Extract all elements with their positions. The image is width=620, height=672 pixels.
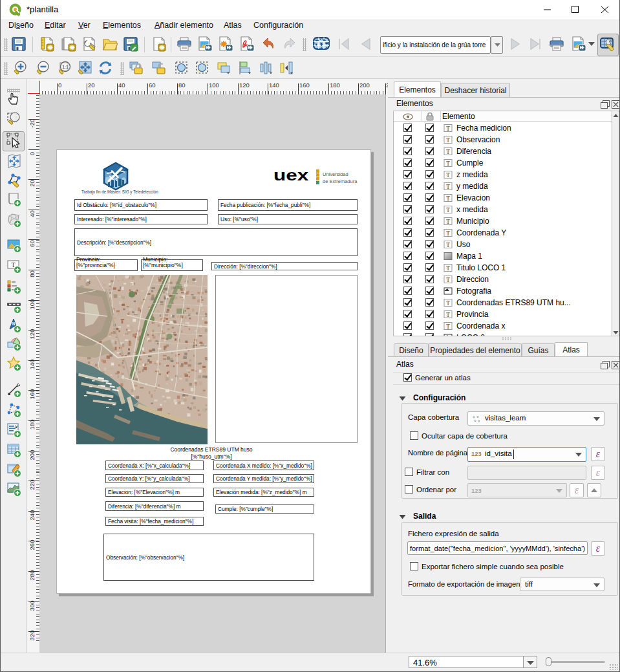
- svg-text:T: T: [446, 299, 450, 307]
- svg-text:N: N: [12, 321, 16, 326]
- svg-text:T: T: [446, 218, 450, 225]
- svg-text:T: T: [446, 230, 450, 237]
- svg-text:T: T: [446, 125, 450, 132]
- svg-text:T: T: [446, 276, 450, 283]
- svg-text:T: T: [446, 265, 450, 272]
- svg-text:1:1: 1:1: [62, 65, 69, 69]
- svg-text:T: T: [446, 148, 450, 155]
- svg-text:T: T: [446, 195, 450, 202]
- svg-text:T: T: [446, 136, 450, 144]
- svg-text:T: T: [11, 261, 15, 268]
- svg-text:T: T: [446, 241, 450, 248]
- svg-text:T: T: [446, 171, 450, 179]
- svg-text:T: T: [446, 206, 450, 213]
- svg-text:T: T: [446, 323, 450, 330]
- svg-text:T: T: [446, 311, 450, 318]
- svg-text:T: T: [446, 183, 450, 190]
- svg-text:T: T: [446, 160, 450, 167]
